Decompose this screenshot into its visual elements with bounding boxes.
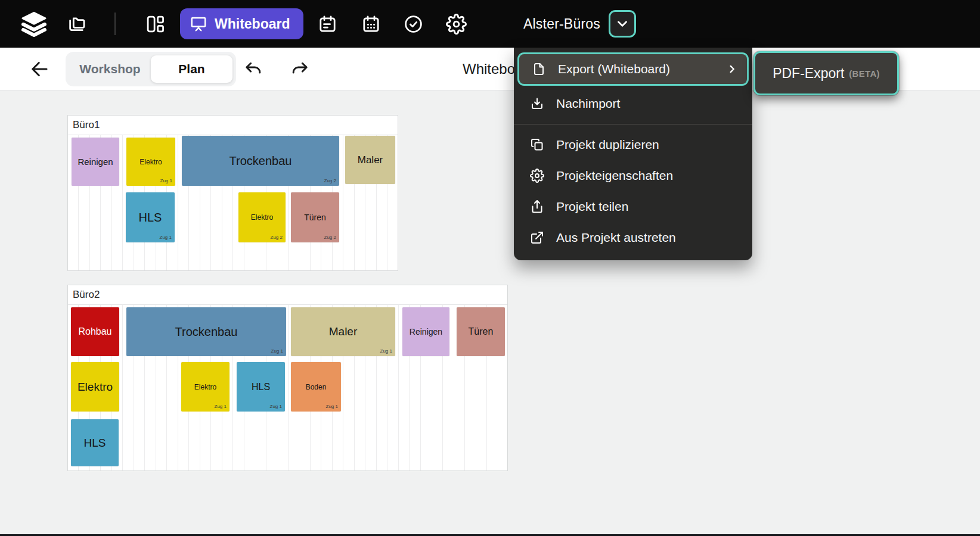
board-grid-area[interactable]: RohbauTrockenbauZug 1MalerZug 1ReinigenT… (68, 305, 507, 470)
project-dropdown-menu: Export (Whiteboard)NachimportProjekt dup… (514, 48, 752, 260)
presentation-icon (190, 15, 207, 33)
menu-item-label: Projekt duplizieren (556, 138, 740, 152)
card-label: Maler (358, 154, 383, 166)
card-label: Trockenbau (230, 154, 292, 168)
undo-icon (243, 60, 264, 79)
menu-item-projekt-teilen[interactable]: Projekt teilen (514, 191, 752, 222)
whiteboard-button[interactable]: Whiteboard (180, 8, 303, 39)
arrow-left-icon (29, 58, 50, 80)
board-title: Büro2 (68, 285, 507, 305)
menu-divider (514, 124, 752, 124)
menu-item-projekteigenschaften[interactable]: Projekteigenschaften (514, 160, 752, 191)
share-icon (529, 200, 545, 214)
card-label: Türen (304, 213, 326, 222)
swimlane-board-büro2: Büro2RohbauTrockenbauZug 1MalerZug 1Rein… (67, 285, 508, 471)
card-label: Elektro (77, 381, 113, 394)
task-card-elektro[interactable]: ElektroZug 1 (126, 138, 175, 186)
gear-icon[interactable] (446, 14, 467, 35)
board-title: Büro1 (68, 116, 398, 135)
card-zug-tag: Zug 2 (271, 235, 283, 240)
card-label: HLS (252, 382, 270, 392)
card-label: HLS (139, 211, 162, 225)
card-zug-tag: Zug 2 (324, 178, 336, 183)
menu-item-export-whiteboard[interactable]: Export (Whiteboard) (517, 52, 749, 86)
chevron-down-icon (615, 16, 630, 32)
chevron-right-icon (725, 63, 739, 76)
task-card-trockenbau[interactable]: TrockenbauZug 2 (182, 136, 339, 186)
calendar-month-icon[interactable] (361, 14, 381, 34)
task-card-hls[interactable]: HLS (71, 419, 119, 466)
project-menu-button[interactable] (609, 10, 636, 38)
menu-item-aus-projekt-austreten[interactable]: Aus Projekt austreten (514, 222, 752, 253)
task-card-hls[interactable]: HLSZug 1 (126, 192, 175, 242)
view-segmented-control: Workshop Plan (66, 52, 236, 86)
menu-item-label: Nachimport (556, 96, 740, 111)
task-card-rohbau[interactable]: Rohbau (71, 307, 119, 356)
card-label: Türen (469, 326, 494, 337)
card-label: Elektro (139, 158, 162, 166)
redo-button[interactable] (289, 60, 310, 79)
card-label: Maler (329, 325, 358, 338)
top-navbar: Whiteboard Alster-Büros (0, 0, 980, 48)
card-label: Elektro (251, 213, 273, 222)
layout-icon[interactable] (145, 14, 165, 34)
file-icon (531, 62, 547, 76)
card-label: Elektro (194, 383, 216, 391)
card-label: Rohbau (78, 326, 111, 337)
whiteboard-canvas[interactable]: Büro1ReinigenElektroZug 1TrockenbauZug 2… (0, 91, 980, 536)
task-card-boden[interactable]: BodenZug 1 (291, 362, 341, 412)
card-zug-tag: Zug 2 (324, 235, 336, 240)
check-circle-icon[interactable] (404, 14, 423, 34)
copy-icon (529, 138, 545, 152)
undo-button[interactable] (243, 60, 264, 79)
import-icon (529, 96, 545, 111)
navbar-divider (114, 13, 116, 35)
menu-item-label: Projekt teilen (556, 200, 740, 214)
tab-plan[interactable]: Plan (151, 55, 232, 83)
tab-workshop[interactable]: Workshop (69, 55, 151, 83)
card-zug-tag: Zug 1 (271, 348, 283, 354)
layers-logo-icon[interactable] (20, 10, 48, 38)
task-card-türen[interactable]: Türen (457, 307, 505, 356)
card-zug-tag: Zug 1 (270, 404, 282, 409)
task-card-maler[interactable]: Maler (345, 136, 395, 184)
task-card-türen[interactable]: TürenZug 2 (291, 192, 339, 242)
card-zug-tag: Zug 1 (215, 404, 227, 409)
swimlane-board-büro1: Büro1ReinigenElektroZug 1TrockenbauZug 2… (67, 115, 398, 271)
card-label: Reinigen (77, 157, 113, 167)
pdf-export-label: PDF-Export (773, 66, 844, 82)
back-button[interactable] (29, 58, 50, 80)
task-card-hls[interactable]: HLSZug 1 (237, 362, 285, 412)
card-label: HLS (84, 437, 106, 450)
beta-badge: (BETA) (849, 68, 880, 79)
card-zug-tag: Zug 1 (160, 235, 172, 240)
task-card-elektro[interactable]: ElektroZug 2 (238, 192, 286, 242)
card-label: Trockenbau (175, 325, 238, 339)
external-icon (529, 230, 545, 245)
board-grid-area[interactable]: ReinigenElektroZug 1TrockenbauZug 2Maler… (68, 135, 398, 270)
project-name: Alster-Büros (523, 16, 600, 32)
menu-item-nachimport[interactable]: Nachimport (514, 88, 752, 119)
redo-icon (289, 60, 310, 79)
gear-icon (529, 169, 545, 183)
card-zug-tag: Zug 1 (380, 348, 392, 354)
menu-item-projekt-duplizieren[interactable]: Projekt duplizieren (514, 129, 752, 160)
card-zug-tag: Zug 1 (326, 404, 338, 409)
task-card-elektro[interactable]: Elektro (71, 362, 119, 412)
menu-item-pdf-export[interactable]: PDF-Export (BETA) (753, 51, 899, 95)
calendar-agenda-icon[interactable] (318, 14, 337, 34)
task-card-maler[interactable]: MalerZug 1 (291, 307, 395, 356)
card-label: Boden (306, 383, 327, 391)
task-card-reinigen[interactable]: Reinigen (402, 307, 449, 356)
menu-item-label: Export (Whiteboard) (558, 62, 714, 76)
card-zug-tag: Zug 1 (160, 178, 172, 183)
whiteboard-button-label: Whiteboard (215, 16, 290, 32)
task-card-trockenbau[interactable]: TrockenbauZug 1 (126, 307, 286, 356)
card-label: Reinigen (410, 327, 442, 336)
menu-item-label: Projekteigenschaften (556, 169, 740, 183)
menu-item-label: Aus Projekt austreten (556, 230, 740, 245)
folders-icon[interactable] (67, 14, 87, 34)
task-card-elektro[interactable]: ElektroZug 1 (181, 362, 230, 412)
task-card-reinigen[interactable]: Reinigen (72, 138, 119, 186)
